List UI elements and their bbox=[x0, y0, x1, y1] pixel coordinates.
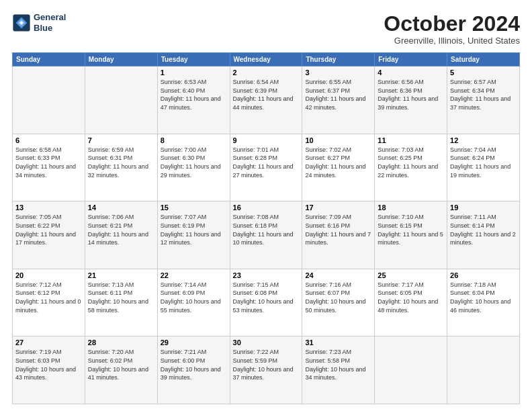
table-cell bbox=[447, 336, 520, 404]
header-friday: Friday bbox=[375, 53, 447, 66]
day-info: Sunrise: 7:23 AMSunset: 5:58 PMDaylight:… bbox=[305, 348, 371, 381]
day-info: Sunrise: 7:10 AMSunset: 6:15 PMDaylight:… bbox=[378, 213, 444, 246]
table-cell: 10 Sunrise: 7:02 AMSunset: 6:27 PMDaylig… bbox=[302, 134, 375, 201]
day-number: 19 bbox=[450, 203, 517, 212]
calendar-table: Sunday Monday Tuesday Wednesday Thursday… bbox=[12, 52, 520, 404]
week-row-3: 13 Sunrise: 7:05 AMSunset: 6:22 PMDaylig… bbox=[13, 201, 520, 269]
day-info: Sunrise: 7:15 AMSunset: 6:08 PMDaylight:… bbox=[233, 281, 300, 314]
day-info: Sunrise: 7:19 AMSunset: 6:03 PMDaylight:… bbox=[15, 348, 82, 381]
day-info: Sunrise: 7:07 AMSunset: 6:19 PMDaylight:… bbox=[161, 213, 227, 246]
month-title: October 2024 bbox=[384, 12, 520, 36]
day-info: Sunrise: 7:16 AMSunset: 6:07 PMDaylight:… bbox=[305, 281, 371, 314]
day-number: 15 bbox=[161, 203, 227, 212]
day-number: 20 bbox=[15, 271, 82, 279]
day-info: Sunrise: 7:14 AMSunset: 6:09 PMDaylight:… bbox=[161, 281, 227, 314]
day-number: 29 bbox=[161, 338, 227, 347]
day-number: 14 bbox=[88, 203, 154, 212]
table-cell: 21 Sunrise: 7:13 AMSunset: 6:11 PMDaylig… bbox=[85, 269, 157, 336]
day-number: 13 bbox=[15, 203, 82, 212]
table-cell: 6 Sunrise: 6:58 AMSunset: 6:33 PMDayligh… bbox=[13, 134, 85, 201]
header-wednesday: Wednesday bbox=[230, 53, 302, 66]
header-thursday: Thursday bbox=[302, 53, 375, 66]
table-cell: 7 Sunrise: 6:59 AMSunset: 6:31 PMDayligh… bbox=[85, 134, 157, 201]
table-cell: 14 Sunrise: 7:06 AMSunset: 6:21 PMDaylig… bbox=[85, 201, 157, 269]
table-cell: 27 Sunrise: 7:19 AMSunset: 6:03 PMDaylig… bbox=[13, 336, 85, 404]
day-info: Sunrise: 7:21 AMSunset: 6:00 PMDaylight:… bbox=[161, 348, 227, 381]
day-number: 3 bbox=[305, 68, 371, 77]
calendar-container: General Blue October 2024 Greenville, Il… bbox=[0, 0, 532, 411]
day-info: Sunrise: 7:05 AMSunset: 6:22 PMDaylight:… bbox=[15, 213, 82, 246]
day-number: 17 bbox=[305, 203, 371, 212]
table-cell: 20 Sunrise: 7:12 AMSunset: 6:12 PMDaylig… bbox=[13, 269, 85, 336]
day-info: Sunrise: 7:22 AMSunset: 5:59 PMDaylight:… bbox=[233, 348, 300, 381]
day-info: Sunrise: 6:54 AMSunset: 6:39 PMDaylight:… bbox=[233, 78, 300, 111]
title-block: October 2024 Greenville, Illinois, Unite… bbox=[384, 12, 520, 46]
logo-icon bbox=[12, 13, 31, 32]
day-info: Sunrise: 7:02 AMSunset: 6:27 PMDaylight:… bbox=[305, 146, 371, 179]
day-number: 31 bbox=[305, 338, 371, 347]
day-info: Sunrise: 7:18 AMSunset: 6:04 PMDaylight:… bbox=[450, 281, 517, 314]
table-cell: 29 Sunrise: 7:21 AMSunset: 6:00 PMDaylig… bbox=[157, 336, 230, 404]
table-cell: 23 Sunrise: 7:15 AMSunset: 6:08 PMDaylig… bbox=[230, 269, 302, 336]
header-tuesday: Tuesday bbox=[157, 53, 230, 66]
day-number: 22 bbox=[161, 271, 227, 279]
day-number: 23 bbox=[233, 271, 300, 279]
day-number: 21 bbox=[88, 271, 154, 279]
day-number: 4 bbox=[378, 68, 444, 77]
table-cell: 18 Sunrise: 7:10 AMSunset: 6:15 PMDaylig… bbox=[375, 201, 447, 269]
table-cell: 31 Sunrise: 7:23 AMSunset: 5:58 PMDaylig… bbox=[302, 336, 375, 404]
table-cell bbox=[375, 336, 447, 404]
table-cell: 5 Sunrise: 6:57 AMSunset: 6:34 PMDayligh… bbox=[447, 66, 520, 134]
day-number: 9 bbox=[233, 136, 300, 144]
logo-text: General Blue bbox=[34, 12, 66, 33]
week-row-4: 20 Sunrise: 7:12 AMSunset: 6:12 PMDaylig… bbox=[13, 269, 520, 336]
table-cell: 26 Sunrise: 7:18 AMSunset: 6:04 PMDaylig… bbox=[447, 269, 520, 336]
day-number: 2 bbox=[233, 68, 300, 77]
day-number: 12 bbox=[450, 136, 517, 144]
day-number: 5 bbox=[450, 68, 517, 77]
table-cell: 2 Sunrise: 6:54 AMSunset: 6:39 PMDayligh… bbox=[230, 66, 302, 134]
day-info: Sunrise: 6:58 AMSunset: 6:33 PMDaylight:… bbox=[15, 146, 82, 179]
day-number: 18 bbox=[378, 203, 444, 212]
day-number: 28 bbox=[88, 338, 154, 347]
week-row-5: 27 Sunrise: 7:19 AMSunset: 6:03 PMDaylig… bbox=[13, 336, 520, 404]
day-info: Sunrise: 7:06 AMSunset: 6:21 PMDaylight:… bbox=[88, 213, 154, 246]
table-cell: 25 Sunrise: 7:17 AMSunset: 6:05 PMDaylig… bbox=[375, 269, 447, 336]
table-cell bbox=[13, 66, 85, 134]
week-row-1: 1 Sunrise: 6:53 AMSunset: 6:40 PMDayligh… bbox=[13, 66, 520, 134]
table-cell: 9 Sunrise: 7:01 AMSunset: 6:28 PMDayligh… bbox=[230, 134, 302, 201]
weekday-header-row: Sunday Monday Tuesday Wednesday Thursday… bbox=[13, 53, 520, 66]
table-cell: 30 Sunrise: 7:22 AMSunset: 5:59 PMDaylig… bbox=[230, 336, 302, 404]
day-number: 11 bbox=[378, 136, 444, 144]
table-cell: 11 Sunrise: 7:03 AMSunset: 6:25 PMDaylig… bbox=[375, 134, 447, 201]
table-cell: 8 Sunrise: 7:00 AMSunset: 6:30 PMDayligh… bbox=[157, 134, 230, 201]
day-number: 24 bbox=[305, 271, 371, 279]
table-cell: 24 Sunrise: 7:16 AMSunset: 6:07 PMDaylig… bbox=[302, 269, 375, 336]
day-info: Sunrise: 7:00 AMSunset: 6:30 PMDaylight:… bbox=[161, 146, 227, 179]
table-cell: 22 Sunrise: 7:14 AMSunset: 6:09 PMDaylig… bbox=[157, 269, 230, 336]
day-info: Sunrise: 7:04 AMSunset: 6:24 PMDaylight:… bbox=[450, 146, 517, 179]
day-number: 1 bbox=[161, 68, 227, 77]
day-number: 25 bbox=[378, 271, 444, 279]
table-cell: 28 Sunrise: 7:20 AMSunset: 6:02 PMDaylig… bbox=[85, 336, 157, 404]
day-number: 16 bbox=[233, 203, 300, 212]
day-info: Sunrise: 7:20 AMSunset: 6:02 PMDaylight:… bbox=[88, 348, 154, 381]
day-info: Sunrise: 7:09 AMSunset: 6:16 PMDaylight:… bbox=[305, 213, 371, 246]
day-info: Sunrise: 6:59 AMSunset: 6:31 PMDaylight:… bbox=[88, 146, 154, 179]
location: Greenville, Illinois, United States bbox=[384, 36, 520, 46]
day-info: Sunrise: 7:12 AMSunset: 6:12 PMDaylight:… bbox=[15, 281, 82, 314]
logo: General Blue bbox=[12, 12, 66, 33]
day-number: 7 bbox=[88, 136, 154, 144]
table-cell: 19 Sunrise: 7:11 AMSunset: 6:14 PMDaylig… bbox=[447, 201, 520, 269]
table-cell: 1 Sunrise: 6:53 AMSunset: 6:40 PMDayligh… bbox=[157, 66, 230, 134]
table-cell: 3 Sunrise: 6:55 AMSunset: 6:37 PMDayligh… bbox=[302, 66, 375, 134]
day-info: Sunrise: 7:17 AMSunset: 6:05 PMDaylight:… bbox=[378, 281, 444, 314]
day-info: Sunrise: 7:08 AMSunset: 6:18 PMDaylight:… bbox=[233, 213, 300, 246]
table-cell: 12 Sunrise: 7:04 AMSunset: 6:24 PMDaylig… bbox=[447, 134, 520, 201]
day-info: Sunrise: 6:56 AMSunset: 6:36 PMDaylight:… bbox=[378, 78, 444, 111]
day-info: Sunrise: 7:03 AMSunset: 6:25 PMDaylight:… bbox=[378, 146, 444, 179]
day-number: 30 bbox=[233, 338, 300, 347]
day-info: Sunrise: 7:11 AMSunset: 6:14 PMDaylight:… bbox=[450, 213, 517, 246]
day-number: 27 bbox=[15, 338, 82, 347]
day-info: Sunrise: 6:55 AMSunset: 6:37 PMDaylight:… bbox=[305, 78, 371, 111]
